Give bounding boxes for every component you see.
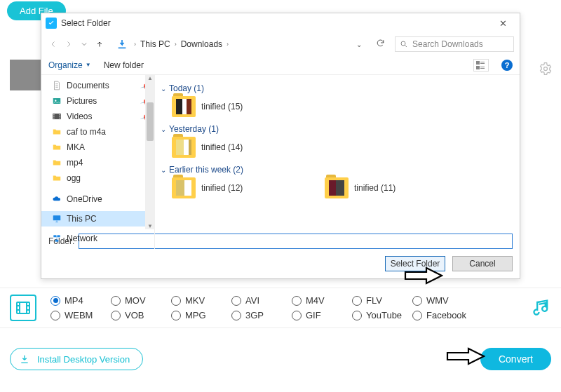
onedrive-icon bbox=[51, 194, 62, 205]
svg-rect-16 bbox=[60, 118, 60, 119]
close-icon[interactable]: ✕ bbox=[490, 18, 515, 29]
convert-button[interactable]: Convert bbox=[480, 348, 551, 370]
tree-caf[interactable]: caf to m4a bbox=[41, 124, 154, 140]
breadcrumb[interactable]: › This PC › Downloads › bbox=[131, 39, 231, 49]
svg-point-0 bbox=[544, 67, 548, 71]
tree-onedrive[interactable]: OneDrive bbox=[41, 191, 154, 207]
tree-scrollbar[interactable]: ▲ ▼ bbox=[145, 75, 155, 229]
audio-format-icon[interactable] bbox=[532, 297, 551, 319]
tree-ogg[interactable]: ogg bbox=[41, 170, 154, 186]
format-label: M4V bbox=[306, 295, 325, 306]
svg-rect-7 bbox=[480, 68, 485, 69]
annotation-arrow-select bbox=[404, 266, 443, 287]
format-mp4[interactable]: MP4 bbox=[50, 295, 107, 306]
format-youtube[interactable]: YouTube bbox=[352, 310, 408, 320]
svg-rect-12 bbox=[53, 116, 54, 116]
nav-back-icon[interactable] bbox=[47, 38, 60, 50]
folder-icon bbox=[51, 126, 62, 137]
tree-mp4[interactable]: mp4 bbox=[41, 155, 154, 170]
format-3gp[interactable]: 3GP bbox=[231, 310, 288, 320]
radio-icon bbox=[50, 311, 60, 320]
organize-menu[interactable]: Organize▼ bbox=[48, 60, 91, 70]
format-label: AVI bbox=[245, 295, 259, 306]
video-format-icon[interactable] bbox=[10, 295, 36, 321]
radio-icon bbox=[171, 296, 181, 306]
tree-mka[interactable]: MKA bbox=[41, 140, 154, 155]
tree-this-pc[interactable]: This PC bbox=[41, 211, 154, 227]
format-label: WEBM bbox=[65, 310, 93, 320]
annotation-arrow-convert bbox=[446, 347, 485, 367]
format-label: 3GP bbox=[245, 310, 264, 320]
folder-item[interactable]: tinified (15) bbox=[172, 96, 312, 117]
chevron-down-icon: ⌄ bbox=[161, 85, 166, 93]
format-gif[interactable]: GIF bbox=[292, 310, 348, 320]
format-label: MKV bbox=[185, 295, 205, 306]
format-mov[interactable]: MOV bbox=[111, 295, 167, 306]
svg-rect-2 bbox=[476, 61, 480, 65]
breadcrumb-downloads[interactable]: Downloads bbox=[181, 39, 222, 49]
settings-gear-icon[interactable] bbox=[539, 62, 553, 78]
pictures-icon bbox=[51, 95, 62, 107]
address-dropdown-icon[interactable]: ⌄ bbox=[352, 41, 366, 48]
scroll-up-icon[interactable]: ▲ bbox=[147, 75, 153, 81]
format-bar: MP4MOVMKVAVIM4VFLVWMV WEBMVOBMPG3GPGIFYo… bbox=[0, 288, 561, 328]
format-mkv[interactable]: MKV bbox=[171, 295, 227, 306]
format-webm[interactable]: WEBM bbox=[50, 310, 107, 320]
folder-icon bbox=[51, 142, 62, 153]
refresh-icon[interactable] bbox=[369, 39, 392, 50]
cancel-button[interactable]: Cancel bbox=[452, 256, 513, 271]
new-folder-button[interactable]: New folder bbox=[104, 60, 144, 70]
svg-rect-11 bbox=[53, 114, 54, 115]
svg-point-1 bbox=[401, 41, 405, 46]
format-flv[interactable]: FLV bbox=[352, 295, 408, 306]
group-yesterday[interactable]: ⌄Yesterday (1) bbox=[161, 124, 513, 134]
radio-icon bbox=[231, 311, 241, 320]
install-desktop-button[interactable]: Install Desktop Version bbox=[10, 348, 143, 370]
format-mpg[interactable]: MPG bbox=[171, 310, 227, 320]
tree-videos[interactable]: Videos📌 bbox=[41, 109, 154, 124]
folder-item[interactable]: tinified (14) bbox=[172, 137, 312, 158]
svg-rect-6 bbox=[480, 67, 485, 67]
svg-rect-4 bbox=[480, 63, 485, 64]
view-options-icon[interactable] bbox=[473, 59, 489, 72]
network-icon bbox=[51, 233, 62, 244]
group-earlier[interactable]: ⌄Earlier this week (2) bbox=[161, 165, 513, 175]
folder-tree[interactable]: Documents📌 Pictures📌 Videos📌 caf to m4a … bbox=[41, 75, 155, 249]
radio-icon bbox=[292, 296, 302, 306]
breadcrumb-this-pc[interactable]: This PC bbox=[140, 39, 170, 49]
dialog-titlebar: Select Folder ✕ bbox=[41, 13, 520, 33]
scroll-down-icon[interactable]: ▼ bbox=[147, 223, 153, 229]
format-wmv[interactable]: WMV bbox=[412, 295, 468, 306]
format-label: MP4 bbox=[65, 295, 83, 306]
format-label: YouTube bbox=[366, 310, 402, 320]
svg-rect-3 bbox=[480, 62, 485, 62]
group-today[interactable]: ⌄Today (1) bbox=[161, 83, 513, 93]
folder-icon bbox=[51, 157, 62, 168]
format-label: MOV bbox=[125, 295, 146, 306]
radio-icon bbox=[111, 296, 121, 306]
chevron-down-icon: ⌄ bbox=[161, 166, 166, 174]
chevron-right-icon: › bbox=[131, 41, 139, 48]
monitor-icon bbox=[51, 213, 62, 224]
help-icon[interactable]: ? bbox=[501, 60, 513, 71]
nav-up-icon[interactable] bbox=[93, 38, 106, 50]
folder-item[interactable]: tinified (11) bbox=[325, 177, 465, 198]
tree-documents[interactable]: Documents📌 bbox=[41, 78, 154, 93]
format-facebook[interactable]: Facebook bbox=[412, 310, 468, 320]
folder-item[interactable]: tinified (12) bbox=[172, 177, 312, 198]
format-label: WMV bbox=[426, 295, 449, 306]
tree-network[interactable]: Network bbox=[41, 231, 154, 246]
chevron-right-icon: › bbox=[224, 41, 231, 48]
format-m4v[interactable]: M4V bbox=[292, 295, 348, 306]
format-avi[interactable]: AVI bbox=[231, 295, 288, 306]
nav-recent-icon[interactable] bbox=[78, 38, 90, 50]
folder-content[interactable]: ⌄Today (1) tinified (15) ⌄Yesterday (1) … bbox=[155, 75, 520, 229]
format-vob[interactable]: VOB bbox=[111, 310, 167, 320]
select-folder-dialog: Select Folder ✕ › This PC › Downloads › … bbox=[41, 13, 520, 279]
svg-rect-15 bbox=[60, 116, 60, 116]
format-label: Facebook bbox=[426, 310, 466, 320]
tree-pictures[interactable]: Pictures📌 bbox=[41, 93, 154, 109]
search-input[interactable]: Search Downloads bbox=[395, 36, 514, 52]
scroll-thumb[interactable] bbox=[147, 102, 154, 141]
chevron-down-icon: ⌄ bbox=[161, 126, 166, 133]
